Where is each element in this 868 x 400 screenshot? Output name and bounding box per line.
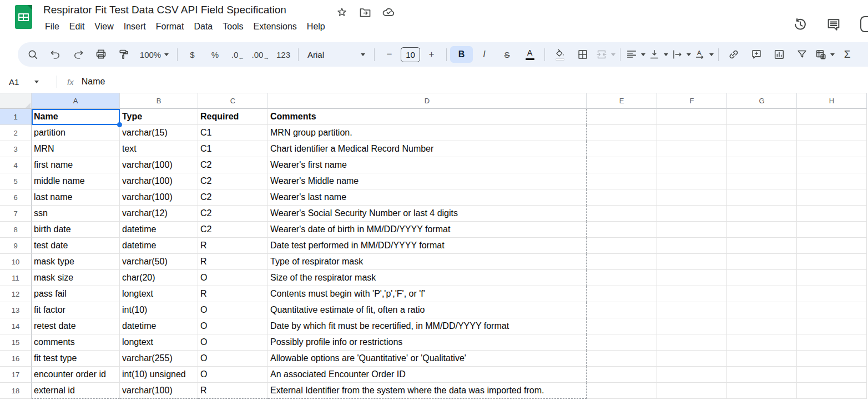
row-header-8[interactable]: 8 xyxy=(0,222,32,238)
cell-D18[interactable]: External Identifier from the system wher… xyxy=(268,383,587,399)
cell-F14[interactable] xyxy=(657,318,727,334)
cell-D1[interactable]: Comments xyxy=(268,109,587,125)
meet-button-partial[interactable] xyxy=(860,16,868,32)
cell-B11[interactable]: char(20) xyxy=(120,270,198,286)
cell-E11[interactable] xyxy=(587,270,657,286)
cell-A8[interactable]: birth date xyxy=(32,222,120,238)
cell-B4[interactable]: varchar(100) xyxy=(120,157,198,173)
cell-E3[interactable] xyxy=(587,141,657,157)
cell-C11[interactable]: O xyxy=(198,270,268,286)
cell-F3[interactable] xyxy=(657,141,727,157)
increase-decimal-button[interactable]: .00 → xyxy=(249,46,272,63)
strikethrough-button[interactable]: S xyxy=(496,46,518,63)
cell-B10[interactable]: varchar(50) xyxy=(120,254,198,270)
name-box[interactable]: A1 xyxy=(0,77,54,87)
cell-A10[interactable]: mask type xyxy=(32,254,120,270)
cell-A13[interactable]: fit factor xyxy=(32,302,120,318)
menu-data[interactable]: Data xyxy=(189,20,218,33)
cell-A11[interactable]: mask size xyxy=(32,270,120,286)
borders-button[interactable] xyxy=(571,46,594,63)
column-header-E[interactable]: E xyxy=(587,93,657,109)
column-header-F[interactable]: F xyxy=(657,93,727,109)
row-header-17[interactable]: 17 xyxy=(0,367,32,383)
cell-D2[interactable]: MRN group partition. xyxy=(268,125,587,141)
row-header-14[interactable]: 14 xyxy=(0,318,32,334)
cell-E5[interactable] xyxy=(587,173,657,189)
row-header-1[interactable]: 1 xyxy=(0,109,32,125)
row-header-16[interactable]: 16 xyxy=(0,351,32,367)
cell-B14[interactable]: datetime xyxy=(120,318,198,334)
row-header-3[interactable]: 3 xyxy=(0,141,32,157)
cell-C6[interactable]: C2 xyxy=(198,189,268,206)
cell-B6[interactable]: varchar(100) xyxy=(120,189,198,206)
menu-view[interactable]: View xyxy=(89,20,118,33)
cell-E14[interactable] xyxy=(587,318,657,334)
text-wrapping-button[interactable] xyxy=(669,46,692,63)
cell-H15[interactable] xyxy=(797,334,867,351)
cell-H17[interactable] xyxy=(797,367,867,383)
cell-D14[interactable]: Date by which fit must be recertified, i… xyxy=(268,318,587,334)
decrease-font-size-button[interactable]: − xyxy=(378,46,401,63)
cell-B1[interactable]: Type xyxy=(120,109,198,125)
cell-D10[interactable]: Type of respirator mask xyxy=(268,254,587,270)
cell-C3[interactable]: C1 xyxy=(198,141,268,157)
cell-C2[interactable]: C1 xyxy=(198,125,268,141)
cell-A7[interactable]: ssn xyxy=(32,206,120,222)
row-header-11[interactable]: 11 xyxy=(0,270,32,286)
cell-G14[interactable] xyxy=(727,318,797,334)
cell-H18[interactable] xyxy=(797,383,867,399)
cell-F2[interactable] xyxy=(657,125,727,141)
cell-A14[interactable]: retest date xyxy=(32,318,120,334)
cell-H16[interactable] xyxy=(797,351,867,367)
italic-button[interactable]: I xyxy=(473,46,496,63)
cell-A3[interactable]: MRN xyxy=(32,141,120,157)
cell-F7[interactable] xyxy=(657,206,727,222)
table-button[interactable] xyxy=(813,46,836,63)
row-header-12[interactable]: 12 xyxy=(0,286,32,302)
cell-F5[interactable] xyxy=(657,173,727,189)
column-header-G[interactable]: G xyxy=(727,93,797,109)
version-history-icon[interactable] xyxy=(793,17,808,32)
increase-font-size-button[interactable]: + xyxy=(420,46,443,63)
cell-D13[interactable]: Quantitative estimate of fit, often a ra… xyxy=(268,302,587,318)
vertical-align-button[interactable] xyxy=(647,46,669,63)
cell-D3[interactable]: Chart identifier a Medical Record Number xyxy=(268,141,587,157)
row-header-2[interactable]: 2 xyxy=(0,125,32,141)
cell-C8[interactable]: C2 xyxy=(198,222,268,238)
cell-C5[interactable]: C2 xyxy=(198,173,268,189)
cell-E2[interactable] xyxy=(587,125,657,141)
cell-F9[interactable] xyxy=(657,238,727,254)
cell-A17[interactable]: encounter order id xyxy=(32,367,120,383)
cell-D4[interactable]: Wearer's first name xyxy=(268,157,587,173)
insert-link-button[interactable] xyxy=(722,46,745,63)
percent-button[interactable]: % xyxy=(204,46,226,63)
row-header-7[interactable]: 7 xyxy=(0,206,32,222)
cell-D16[interactable]: Allowable options are 'Quantitative' or … xyxy=(268,351,587,367)
cell-B7[interactable]: varchar(12) xyxy=(120,206,198,222)
cell-H5[interactable] xyxy=(797,173,867,189)
cell-G18[interactable] xyxy=(727,383,797,399)
cell-C1[interactable]: Required xyxy=(198,109,268,125)
cell-D6[interactable]: Wearer's last name xyxy=(268,189,587,206)
insert-chart-button[interactable] xyxy=(768,46,790,63)
cell-E10[interactable] xyxy=(587,254,657,270)
undo-button[interactable] xyxy=(44,46,67,63)
cell-A1[interactable]: Name xyxy=(32,109,120,125)
menu-tools[interactable]: Tools xyxy=(218,20,248,33)
cell-C10[interactable]: R xyxy=(198,254,268,270)
cell-B13[interactable]: int(10) xyxy=(120,302,198,318)
cell-A6[interactable]: last name xyxy=(32,189,120,206)
cell-H9[interactable] xyxy=(797,238,867,254)
cell-E12[interactable] xyxy=(587,286,657,302)
cell-F4[interactable] xyxy=(657,157,727,173)
insert-comment-button[interactable] xyxy=(745,46,768,63)
cell-C14[interactable]: O xyxy=(198,318,268,334)
cell-G16[interactable] xyxy=(727,351,797,367)
cell-F16[interactable] xyxy=(657,351,727,367)
cell-E9[interactable] xyxy=(587,238,657,254)
cell-F18[interactable] xyxy=(657,383,727,399)
cell-B2[interactable]: varchar(15) xyxy=(120,125,198,141)
decrease-decimal-button[interactable]: .0 ← xyxy=(226,46,249,63)
row-header-5[interactable]: 5 xyxy=(0,173,32,189)
cell-B8[interactable]: datetime xyxy=(120,222,198,238)
